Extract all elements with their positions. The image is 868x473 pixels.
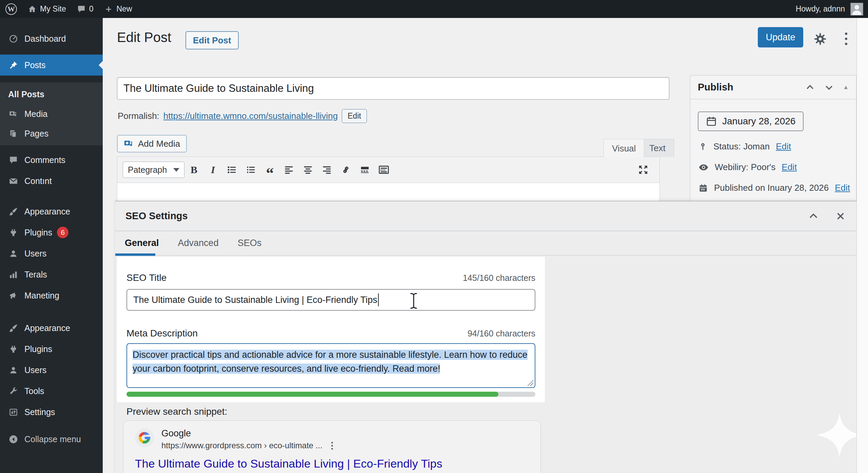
comment-bubble-icon (77, 5, 86, 14)
user-icon (9, 249, 18, 258)
visibility-row: Webiliry: Poor's Edit (698, 162, 856, 172)
dropdown-caret-icon (173, 168, 179, 172)
sidebar-item-plugins-2[interactable]: Plugins (0, 338, 103, 359)
sidebar-item-users-2[interactable]: Users (0, 359, 103, 381)
close-icon[interactable] (835, 210, 846, 222)
permalink-label: Pormalish: (118, 111, 159, 121)
read-more-tag-button[interactable] (355, 160, 374, 179)
publish-date: January 28, 2026 (722, 116, 795, 127)
published-row: Published on Inuary 28, 2026 Edit (698, 183, 856, 193)
plus-icon (104, 5, 113, 14)
italic-button[interactable]: I (203, 160, 222, 179)
seo-tabs: General Advanced SEOs (115, 231, 856, 255)
eye-icon (698, 162, 709, 172)
sidebar-item-appearance[interactable]: Appearance (0, 201, 103, 222)
post-title-input[interactable] (117, 77, 669, 100)
permalink-edit-button[interactable]: Edit (342, 109, 367, 123)
bulleted-list-button[interactable] (222, 160, 241, 179)
seo-panel-title: SEO Settings (125, 210, 188, 222)
publish-panel-header[interactable]: Publish ▲ (690, 76, 856, 99)
sidebar-item-content[interactable]: Contınt (0, 170, 103, 191)
sidebar-item-all-posts[interactable]: All Posts (0, 84, 103, 104)
snippet-kebab-icon[interactable] (331, 442, 333, 450)
comment-count: 0 (89, 4, 94, 14)
resize-handle[interactable] (527, 380, 533, 386)
sidebar-item-dashboard[interactable]: Dashboard (0, 28, 103, 49)
more-options-kebab-icon[interactable] (845, 33, 847, 45)
tab-visual[interactable]: Visual (604, 139, 644, 158)
sidebar-item-plugins[interactable]: Plugins 6 (0, 222, 103, 243)
brush-icon (9, 207, 18, 216)
meta-description-textarea[interactable]: Discover practical tips and actionable a… (126, 343, 535, 388)
seo-settings-panel: SEO Settings General Advanced SEOs SEO T… (115, 201, 856, 473)
insert-link-button[interactable] (336, 160, 355, 179)
edit-post-button[interactable]: Edit Post (185, 31, 239, 49)
sidebar-item-tools[interactable]: Tools (0, 381, 103, 402)
publish-date-button[interactable]: January 28, 2026 (698, 111, 804, 131)
home-icon (28, 5, 37, 14)
calendar-icon (706, 116, 717, 127)
sidebar-item-appearance-2[interactable]: Appearance (0, 317, 103, 338)
plug-icon (9, 228, 18, 237)
tab-general[interactable]: General (125, 238, 159, 248)
collapse-arrow-icon (9, 435, 18, 444)
status-text: Status: Joman (713, 141, 770, 152)
new-content-menu[interactable]: New (99, 0, 137, 18)
tab-advanced[interactable]: Advanced (178, 238, 219, 248)
wrench-icon (9, 387, 18, 396)
collapse-triangle-icon[interactable]: ▲ (843, 84, 849, 91)
align-right-button[interactable] (317, 160, 336, 179)
published-edit-link[interactable]: Edit (835, 183, 850, 193)
permalink-row: Pormalish: https://ultimate.wmno.com/sus… (118, 109, 367, 123)
tab-text[interactable]: Text (641, 139, 674, 157)
permalink-url-link[interactable]: https://ultimate.wmno.com/sustainable-ll… (163, 111, 338, 121)
bold-button[interactable]: B (184, 160, 203, 179)
sidebar-item-comments[interactable]: Comments (0, 149, 103, 170)
sidebar-item-settings[interactable]: Settings (0, 402, 103, 423)
pages-icon (9, 129, 18, 138)
status-edit-link[interactable]: Edit (776, 141, 791, 152)
scrollbar-gutter[interactable] (856, 18, 868, 473)
numbered-list-button[interactable] (241, 160, 260, 179)
sidebar-item-maneting[interactable]: Maneting (0, 285, 103, 306)
wordpress-logo-menu[interactable]: W (0, 0, 22, 18)
media-icon (9, 109, 18, 119)
blockquote-button[interactable]: “ (260, 160, 279, 179)
collapse-menu-button[interactable]: Collapse menu (0, 429, 103, 450)
snippet-title-link[interactable]: The Ultimate Guide to Sustainable Living… (135, 457, 529, 470)
comments-shortcut[interactable]: 0 (72, 0, 99, 18)
howdy-greeting[interactable]: Howdy, adnnn (796, 4, 845, 14)
publish-title: Publish (698, 82, 733, 93)
chevron-down-icon[interactable] (824, 82, 834, 92)
chevron-up-icon[interactable] (805, 82, 815, 92)
update-button[interactable]: Update (758, 27, 803, 47)
fullscreen-button[interactable] (634, 160, 653, 179)
visibility-edit-link[interactable]: Edit (782, 162, 797, 172)
sidebar-item-terals[interactable]: Terals (0, 264, 103, 285)
active-tab-underline (115, 253, 155, 256)
settings-sliders-icon (9, 408, 18, 417)
add-media-button[interactable]: Add Media (117, 135, 187, 152)
sidebar-item-users[interactable]: Users (0, 243, 103, 264)
sidebar-item-posts[interactable]: Posts (0, 55, 103, 76)
posts-submenu: All Posts Media Pages (0, 82, 103, 145)
new-label: New (116, 4, 132, 14)
sidebar-item-pages[interactable]: Pages (0, 124, 103, 143)
user-avatar[interactable] (850, 3, 863, 16)
paragraph-format-dropdown[interactable]: Pategraph (123, 162, 184, 178)
sidebar-item-media[interactable]: Media (0, 104, 103, 124)
brush-icon (9, 324, 18, 333)
align-left-button[interactable] (279, 160, 298, 179)
plugins-update-badge: 6 (57, 227, 68, 238)
dashboard-icon (9, 34, 18, 43)
chevron-up-icon[interactable] (808, 210, 819, 222)
tab-seos[interactable]: SEOs (238, 238, 262, 248)
seo-title-input[interactable]: The Ultimate Guide to Sustainable Living… (126, 289, 535, 311)
toolbar-toggle-button[interactable] (374, 160, 393, 179)
align-center-button[interactable] (298, 160, 317, 179)
my-site-menu[interactable]: My Site (22, 0, 72, 18)
page-title: Edit Post (117, 30, 171, 45)
editor-content-area[interactable] (117, 183, 660, 201)
gear-icon[interactable] (813, 32, 827, 46)
plug-icon (9, 345, 18, 354)
